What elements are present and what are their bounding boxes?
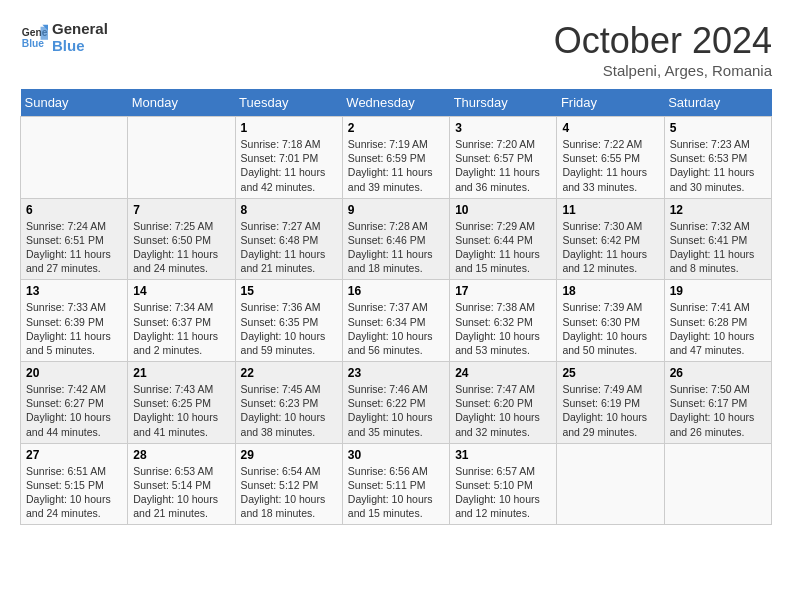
day-number: 3	[455, 121, 551, 135]
calendar-week-row: 13Sunrise: 7:33 AM Sunset: 6:39 PM Dayli…	[21, 280, 772, 362]
weekday-header: Tuesday	[235, 89, 342, 117]
logo-line1: General	[52, 20, 108, 37]
day-number: 25	[562, 366, 658, 380]
calendar-cell: 25Sunrise: 7:49 AM Sunset: 6:19 PM Dayli…	[557, 362, 664, 444]
calendar-cell: 11Sunrise: 7:30 AM Sunset: 6:42 PM Dayli…	[557, 198, 664, 280]
calendar-cell	[21, 117, 128, 199]
weekday-header: Saturday	[664, 89, 771, 117]
day-number: 13	[26, 284, 122, 298]
cell-content: Sunrise: 7:22 AM Sunset: 6:55 PM Dayligh…	[562, 137, 658, 194]
calendar-cell: 22Sunrise: 7:45 AM Sunset: 6:23 PM Dayli…	[235, 362, 342, 444]
calendar-cell: 12Sunrise: 7:32 AM Sunset: 6:41 PM Dayli…	[664, 198, 771, 280]
cell-content: Sunrise: 7:45 AM Sunset: 6:23 PM Dayligh…	[241, 382, 337, 439]
day-number: 15	[241, 284, 337, 298]
calendar-cell: 2Sunrise: 7:19 AM Sunset: 6:59 PM Daylig…	[342, 117, 449, 199]
cell-content: Sunrise: 7:39 AM Sunset: 6:30 PM Dayligh…	[562, 300, 658, 357]
location: Stalpeni, Arges, Romania	[554, 62, 772, 79]
cell-content: Sunrise: 7:19 AM Sunset: 6:59 PM Dayligh…	[348, 137, 444, 194]
logo-line2: Blue	[52, 37, 108, 54]
calendar-cell: 15Sunrise: 7:36 AM Sunset: 6:35 PM Dayli…	[235, 280, 342, 362]
calendar-cell: 29Sunrise: 6:54 AM Sunset: 5:12 PM Dayli…	[235, 443, 342, 525]
day-number: 18	[562, 284, 658, 298]
day-number: 21	[133, 366, 229, 380]
day-number: 14	[133, 284, 229, 298]
cell-content: Sunrise: 7:34 AM Sunset: 6:37 PM Dayligh…	[133, 300, 229, 357]
calendar-week-row: 6Sunrise: 7:24 AM Sunset: 6:51 PM Daylig…	[21, 198, 772, 280]
day-number: 17	[455, 284, 551, 298]
weekday-header-row: SundayMondayTuesdayWednesdayThursdayFrid…	[21, 89, 772, 117]
logo-icon: General Blue	[20, 23, 48, 51]
calendar-cell: 23Sunrise: 7:46 AM Sunset: 6:22 PM Dayli…	[342, 362, 449, 444]
cell-content: Sunrise: 7:46 AM Sunset: 6:22 PM Dayligh…	[348, 382, 444, 439]
cell-content: Sunrise: 7:43 AM Sunset: 6:25 PM Dayligh…	[133, 382, 229, 439]
cell-content: Sunrise: 7:36 AM Sunset: 6:35 PM Dayligh…	[241, 300, 337, 357]
cell-content: Sunrise: 7:33 AM Sunset: 6:39 PM Dayligh…	[26, 300, 122, 357]
day-number: 16	[348, 284, 444, 298]
calendar-cell: 9Sunrise: 7:28 AM Sunset: 6:46 PM Daylig…	[342, 198, 449, 280]
day-number: 6	[26, 203, 122, 217]
calendar-cell: 17Sunrise: 7:38 AM Sunset: 6:32 PM Dayli…	[450, 280, 557, 362]
weekday-header: Thursday	[450, 89, 557, 117]
cell-content: Sunrise: 7:23 AM Sunset: 6:53 PM Dayligh…	[670, 137, 766, 194]
cell-content: Sunrise: 7:20 AM Sunset: 6:57 PM Dayligh…	[455, 137, 551, 194]
calendar-cell: 6Sunrise: 7:24 AM Sunset: 6:51 PM Daylig…	[21, 198, 128, 280]
day-number: 8	[241, 203, 337, 217]
day-number: 1	[241, 121, 337, 135]
cell-content: Sunrise: 7:41 AM Sunset: 6:28 PM Dayligh…	[670, 300, 766, 357]
calendar-cell: 18Sunrise: 7:39 AM Sunset: 6:30 PM Dayli…	[557, 280, 664, 362]
calendar-cell: 1Sunrise: 7:18 AM Sunset: 7:01 PM Daylig…	[235, 117, 342, 199]
day-number: 22	[241, 366, 337, 380]
day-number: 11	[562, 203, 658, 217]
day-number: 28	[133, 448, 229, 462]
day-number: 29	[241, 448, 337, 462]
weekday-header: Monday	[128, 89, 235, 117]
calendar-cell: 28Sunrise: 6:53 AM Sunset: 5:14 PM Dayli…	[128, 443, 235, 525]
logo: General Blue General Blue	[20, 20, 108, 54]
calendar-cell	[128, 117, 235, 199]
cell-content: Sunrise: 6:53 AM Sunset: 5:14 PM Dayligh…	[133, 464, 229, 521]
day-number: 30	[348, 448, 444, 462]
cell-content: Sunrise: 7:29 AM Sunset: 6:44 PM Dayligh…	[455, 219, 551, 276]
weekday-header: Sunday	[21, 89, 128, 117]
day-number: 26	[670, 366, 766, 380]
calendar-cell: 27Sunrise: 6:51 AM Sunset: 5:15 PM Dayli…	[21, 443, 128, 525]
calendar-week-row: 27Sunrise: 6:51 AM Sunset: 5:15 PM Dayli…	[21, 443, 772, 525]
cell-content: Sunrise: 7:50 AM Sunset: 6:17 PM Dayligh…	[670, 382, 766, 439]
cell-content: Sunrise: 6:51 AM Sunset: 5:15 PM Dayligh…	[26, 464, 122, 521]
calendar-cell: 21Sunrise: 7:43 AM Sunset: 6:25 PM Dayli…	[128, 362, 235, 444]
cell-content: Sunrise: 7:28 AM Sunset: 6:46 PM Dayligh…	[348, 219, 444, 276]
calendar-cell: 10Sunrise: 7:29 AM Sunset: 6:44 PM Dayli…	[450, 198, 557, 280]
cell-content: Sunrise: 7:30 AM Sunset: 6:42 PM Dayligh…	[562, 219, 658, 276]
day-number: 19	[670, 284, 766, 298]
day-number: 20	[26, 366, 122, 380]
calendar-cell: 24Sunrise: 7:47 AM Sunset: 6:20 PM Dayli…	[450, 362, 557, 444]
day-number: 23	[348, 366, 444, 380]
calendar-cell: 5Sunrise: 7:23 AM Sunset: 6:53 PM Daylig…	[664, 117, 771, 199]
day-number: 9	[348, 203, 444, 217]
calendar-cell: 26Sunrise: 7:50 AM Sunset: 6:17 PM Dayli…	[664, 362, 771, 444]
day-number: 12	[670, 203, 766, 217]
calendar-week-row: 20Sunrise: 7:42 AM Sunset: 6:27 PM Dayli…	[21, 362, 772, 444]
weekday-header: Friday	[557, 89, 664, 117]
cell-content: Sunrise: 7:24 AM Sunset: 6:51 PM Dayligh…	[26, 219, 122, 276]
calendar-cell: 7Sunrise: 7:25 AM Sunset: 6:50 PM Daylig…	[128, 198, 235, 280]
day-number: 4	[562, 121, 658, 135]
cell-content: Sunrise: 7:37 AM Sunset: 6:34 PM Dayligh…	[348, 300, 444, 357]
title-block: October 2024 Stalpeni, Arges, Romania	[554, 20, 772, 79]
calendar-cell: 8Sunrise: 7:27 AM Sunset: 6:48 PM Daylig…	[235, 198, 342, 280]
day-number: 5	[670, 121, 766, 135]
calendar-week-row: 1Sunrise: 7:18 AM Sunset: 7:01 PM Daylig…	[21, 117, 772, 199]
cell-content: Sunrise: 6:56 AM Sunset: 5:11 PM Dayligh…	[348, 464, 444, 521]
cell-content: Sunrise: 7:25 AM Sunset: 6:50 PM Dayligh…	[133, 219, 229, 276]
calendar-table: SundayMondayTuesdayWednesdayThursdayFrid…	[20, 89, 772, 525]
calendar-cell: 3Sunrise: 7:20 AM Sunset: 6:57 PM Daylig…	[450, 117, 557, 199]
cell-content: Sunrise: 7:27 AM Sunset: 6:48 PM Dayligh…	[241, 219, 337, 276]
day-number: 10	[455, 203, 551, 217]
cell-content: Sunrise: 7:18 AM Sunset: 7:01 PM Dayligh…	[241, 137, 337, 194]
calendar-cell	[557, 443, 664, 525]
cell-content: Sunrise: 6:54 AM Sunset: 5:12 PM Dayligh…	[241, 464, 337, 521]
calendar-cell: 16Sunrise: 7:37 AM Sunset: 6:34 PM Dayli…	[342, 280, 449, 362]
day-number: 31	[455, 448, 551, 462]
cell-content: Sunrise: 6:57 AM Sunset: 5:10 PM Dayligh…	[455, 464, 551, 521]
calendar-cell: 20Sunrise: 7:42 AM Sunset: 6:27 PM Dayli…	[21, 362, 128, 444]
